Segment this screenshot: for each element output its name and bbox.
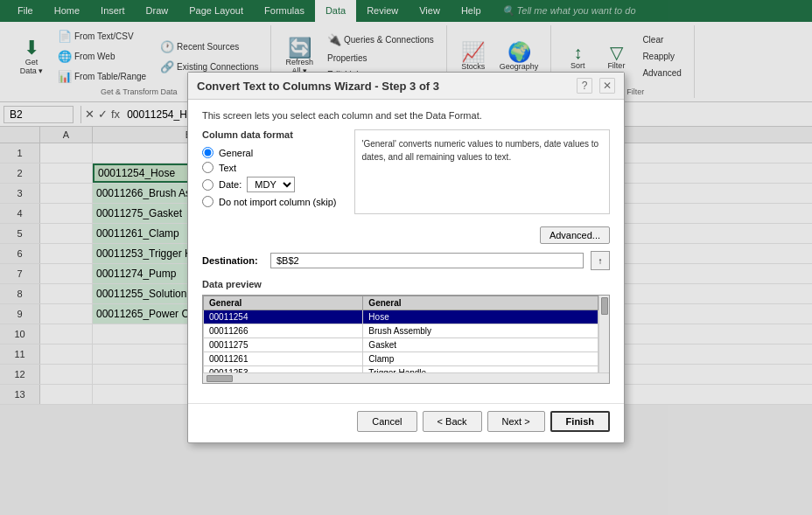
help-dialog-button[interactable]: ? xyxy=(577,78,592,94)
destination-row: Destination: ↑ xyxy=(202,251,610,270)
preview-cell: Brush Assembly xyxy=(363,324,598,338)
v-scroll-thumb[interactable] xyxy=(601,297,608,315)
date-format-select[interactable]: MDY xyxy=(247,177,295,192)
close-dialog-button[interactable]: ✕ xyxy=(599,78,615,94)
preview-row-3: 00011275 Gasket xyxy=(204,338,598,352)
preview-header-2: General xyxy=(363,296,598,310)
convert-text-dialog: Convert Text to Columns Wizard - Step 3 … xyxy=(187,72,625,405)
preview-row-5: 00011253 Trigger Handle xyxy=(204,366,598,373)
preview-table-wrapper[interactable]: General General 00011254 Hose xyxy=(203,296,609,372)
section-label: Column data format xyxy=(202,129,337,140)
radio-general-input[interactable] xyxy=(202,147,214,158)
radio-general-label: General xyxy=(219,148,253,158)
preview-cell: 00011254 xyxy=(204,310,363,324)
dialog-title: Convert Text to Columns Wizard - Step 3 … xyxy=(197,80,439,93)
preview-row-2: 00011266 Brush Assembly xyxy=(204,324,598,338)
preview-cell: 00011261 xyxy=(204,352,363,366)
radio-text-label: Text xyxy=(219,163,236,173)
advanced-row: Advanced... xyxy=(202,223,610,244)
radio-text-input[interactable] xyxy=(202,162,214,173)
advanced-button[interactable]: Advanced... xyxy=(540,226,610,244)
format-section: Column data format General Text xyxy=(202,129,610,214)
preview-horizontal-scrollbar[interactable] xyxy=(203,372,609,383)
preview-vertical-scrollbar[interactable] xyxy=(598,296,609,372)
h-scroll-thumb[interactable] xyxy=(206,375,233,382)
preview-cell: 00011266 xyxy=(204,324,363,338)
radio-skip-label: Do not import column (skip) xyxy=(219,197,337,207)
preview-table: General General 00011254 Hose xyxy=(203,296,598,372)
preview-outer: General General 00011254 Hose xyxy=(202,295,610,384)
destination-label: Destination: xyxy=(202,255,263,266)
dialog-description: This screen lets you select each column … xyxy=(202,110,610,121)
dialog-title-bar: Convert Text to Columns Wizard - Step 3 … xyxy=(188,73,624,100)
radio-date-input[interactable] xyxy=(202,179,214,191)
dialog-title-icons: ? ✕ xyxy=(577,78,615,94)
radio-group: General Text Date: xyxy=(202,147,337,207)
preview-cell: Trigger Handle xyxy=(363,366,598,373)
dialog-body: This screen lets you select each column … xyxy=(188,100,624,403)
info-box: 'General' converts numeric values to num… xyxy=(354,129,611,214)
preview-header-1: General xyxy=(204,296,363,310)
preview-cell: Gasket xyxy=(363,338,598,352)
destination-input[interactable] xyxy=(270,253,584,268)
radio-date-label: Date: xyxy=(219,179,242,190)
radio-group-section: Column data format General Text xyxy=(202,129,337,214)
preview-header-row: General General xyxy=(204,296,598,310)
dialog-overlay: Convert Text to Columns Wizard - Step 3 … xyxy=(0,0,812,405)
radio-date[interactable]: Date: xyxy=(202,179,242,191)
radio-general[interactable]: General xyxy=(202,147,337,158)
preview-row-1: 00011254 Hose xyxy=(204,310,598,324)
preview-cell: Hose xyxy=(363,310,598,324)
preview-cell: 00011253 xyxy=(204,366,363,373)
dialog-footer: Cancel < Back Next > Finish xyxy=(188,403,624,405)
preview-inner: General General 00011254 Hose xyxy=(203,296,609,383)
radio-date-row: Date: MDY xyxy=(202,177,337,192)
radio-text[interactable]: Text xyxy=(202,162,337,173)
preview-cell: 00011275 xyxy=(204,338,363,352)
destination-collapse-button[interactable]: ↑ xyxy=(591,251,610,270)
radio-skip[interactable]: Do not import column (skip) xyxy=(202,196,337,207)
preview-label: Data preview xyxy=(202,279,610,289)
preview-row-4: 00011261 Clamp xyxy=(204,352,598,366)
preview-cell: Clamp xyxy=(363,352,598,366)
radio-skip-input[interactable] xyxy=(202,196,214,207)
